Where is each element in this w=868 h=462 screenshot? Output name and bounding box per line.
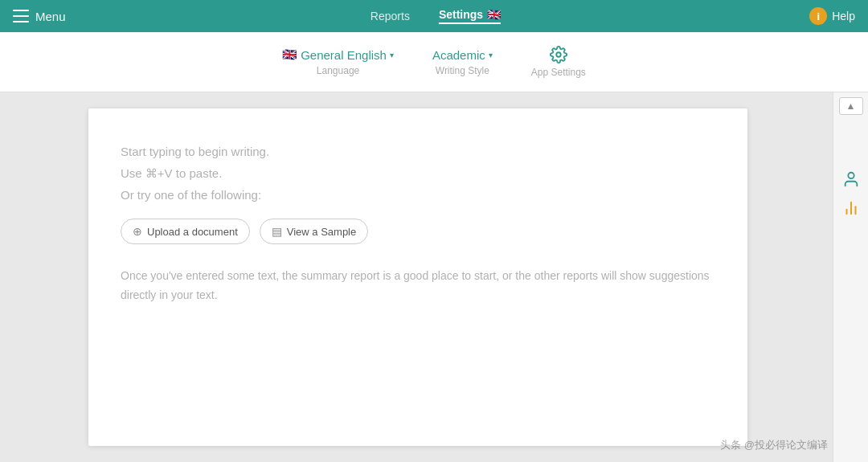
help-icon-letter: i xyxy=(817,10,820,22)
writing-style-setting[interactable]: Academic ▾ Writing Style xyxy=(432,48,493,76)
settings-flag: 🇬🇧 xyxy=(487,8,501,21)
settings-bar: 🇬🇧 General English ▾ Language Academic ▾… xyxy=(0,32,868,92)
scroll-up-button[interactable]: ▲ xyxy=(839,97,863,115)
upload-document-button[interactable]: ⊕ Upload a document xyxy=(121,219,250,244)
app-settings-setting[interactable]: App Settings xyxy=(531,46,586,78)
help-icon-circle[interactable]: i xyxy=(809,7,827,25)
topbar-center: Reports Settings 🇬🇧 xyxy=(367,8,501,24)
svg-point-1 xyxy=(848,173,854,178)
menu-icon[interactable] xyxy=(13,10,29,22)
writing-style-label-row: Academic ▾ xyxy=(432,48,493,62)
writing-style-sublabel: Writing Style xyxy=(436,65,489,76)
topbar-left: Menu xyxy=(13,10,66,23)
sample-button-label: View a Sample xyxy=(287,226,356,238)
user-icon[interactable] xyxy=(838,166,864,192)
main-area: Start typing to begin writing. Use ⌘+V t… xyxy=(0,92,868,462)
settings-label: Settings xyxy=(439,8,483,21)
app-settings-label-row xyxy=(550,46,567,63)
gear-icon xyxy=(550,46,567,63)
upload-icon: ⊕ xyxy=(133,225,142,238)
writing-style-chevron-icon: ▾ xyxy=(489,51,493,59)
doc-action-buttons: ⊕ Upload a document ▤ View a Sample xyxy=(121,219,715,244)
menu-label[interactable]: Menu xyxy=(35,10,66,23)
language-label: General English xyxy=(301,48,387,62)
topbar: Menu Reports Settings 🇬🇧 i Help xyxy=(0,0,868,32)
help-label[interactable]: Help xyxy=(832,10,855,22)
writing-style-label: Academic xyxy=(432,48,485,62)
app-settings-sublabel: App Settings xyxy=(531,67,586,78)
nav-reports[interactable]: Reports xyxy=(367,10,413,22)
upload-button-label: Upload a document xyxy=(147,226,238,238)
doc-container: Start typing to begin writing. Use ⌘+V t… xyxy=(0,92,868,462)
secondary-hint-text: Once you've entered some text, the summa… xyxy=(121,267,715,305)
sample-icon: ▤ xyxy=(272,225,282,238)
chart-icon[interactable] xyxy=(838,195,864,221)
nav-settings[interactable]: Settings 🇬🇧 xyxy=(439,8,501,24)
language-flag: 🇬🇧 xyxy=(282,47,297,62)
hint-text-3: Or try one of the following: xyxy=(121,184,715,206)
language-label-row: 🇬🇧 General English ▾ xyxy=(282,47,394,62)
language-setting[interactable]: 🇬🇧 General English ▾ Language xyxy=(282,47,394,76)
language-sublabel: Language xyxy=(317,65,359,76)
svg-point-0 xyxy=(556,52,561,57)
hint-text-1: Start typing to begin writing. xyxy=(121,141,715,162)
hint-text-2: Use ⌘+V to paste. xyxy=(121,162,715,184)
document-editor[interactable]: Start typing to begin writing. Use ⌘+V t… xyxy=(88,108,747,446)
right-sidebar: ▲ xyxy=(833,92,868,462)
language-chevron-icon: ▾ xyxy=(390,51,394,59)
scroll-up-icon: ▲ xyxy=(846,100,856,112)
view-sample-button[interactable]: ▤ View a Sample xyxy=(260,219,368,244)
topbar-right: i Help xyxy=(809,7,855,25)
